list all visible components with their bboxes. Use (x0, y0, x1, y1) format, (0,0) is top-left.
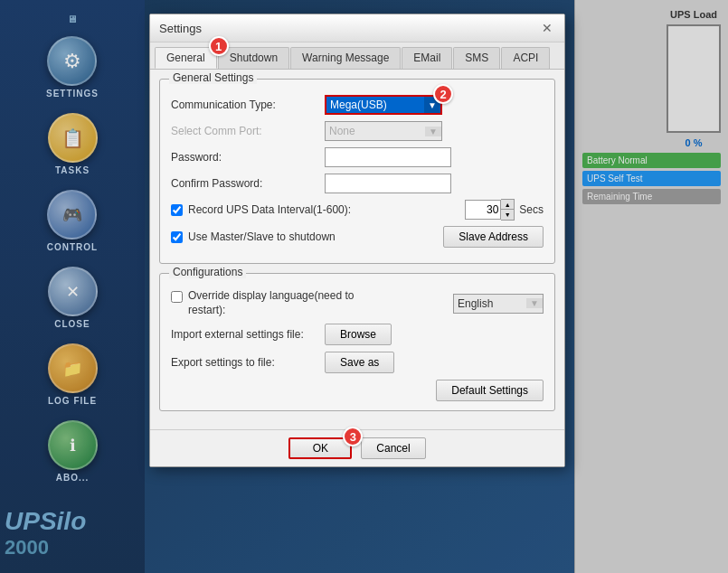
master-slave-checkbox[interactable] (171, 231, 183, 243)
tab-email[interactable]: EMail (402, 47, 452, 69)
cancel-button[interactable]: Cancel (361, 437, 425, 459)
password-row: Password: (171, 147, 544, 167)
comm-port-value: None (329, 125, 425, 137)
group-configurations: Configurations Override display language… (159, 273, 555, 411)
tab-general[interactable]: General (155, 47, 217, 69)
master-slave-row: Use Master/Slave to shutdown Slave Addre… (171, 226, 544, 248)
comm-type-label: Communication Type: (171, 99, 325, 111)
override-lang-label: Override display language(need to restar… (188, 289, 369, 317)
spin-control: ▲ ▼ Secs (465, 200, 544, 220)
export-label: Export settings to file: (171, 356, 325, 369)
lang-arrow-icon: ▼ (526, 298, 543, 308)
record-interval-label: Record UPS Data Interval(1-600): (188, 203, 465, 216)
confirm-password-input[interactable] (325, 174, 451, 193)
lang-dropdown[interactable]: English ▼ (453, 294, 544, 314)
spin-up-button[interactable]: ▲ (501, 200, 514, 210)
ok-button[interactable]: OK (288, 437, 352, 459)
default-settings-button[interactable]: Default Settings (436, 380, 544, 401)
browse-button[interactable]: Browse (325, 324, 392, 345)
tab-shutdown[interactable]: Shutdown (218, 47, 289, 69)
confirm-password-row: Confirm Password: (171, 174, 544, 193)
record-interval-suffix: Secs (519, 203, 544, 216)
tab-sms[interactable]: SMS (453, 47, 500, 69)
comm-port-label: Select Comm Port: (171, 125, 325, 137)
annotation-1: 1 (209, 36, 229, 56)
comm-port-dropdown[interactable]: None ▼ (325, 121, 442, 141)
group-general-title: General Settings (169, 71, 257, 84)
password-input[interactable] (325, 147, 451, 167)
lang-value: English (458, 297, 526, 310)
record-interval-checkbox[interactable] (171, 204, 183, 216)
dialog-footer: OK 3 Cancel (150, 429, 564, 466)
override-lang-checkbox[interactable] (171, 291, 183, 303)
comm-port-row: Select Comm Port: None ▼ (171, 121, 544, 141)
save-as-button[interactable]: Save as (325, 352, 394, 373)
confirm-password-label: Confirm Password: (171, 177, 325, 190)
tab-acpi[interactable]: ACPI (501, 47, 550, 69)
tab-bar: General 1 Shutdown Warning Message EMail… (150, 42, 564, 70)
group-config-title: Configurations (169, 266, 246, 278)
import-label: Import external settings file: (171, 328, 325, 341)
export-row: Export settings to file: Save as (171, 352, 544, 373)
spin-down-button[interactable]: ▼ (501, 210, 514, 220)
comm-type-dropdown[interactable]: Mega(USB) ▼ (325, 95, 442, 115)
dialog-title: Settings (159, 22, 202, 35)
annotation-3: 3 (343, 427, 363, 446)
tab-content-general: General Settings Communication Type: Meg… (150, 70, 564, 429)
comm-type-value: Mega(USB) (330, 99, 424, 111)
settings-dialog: Settings ✕ General 1 Shutdown Warning Me… (149, 14, 565, 467)
record-interval-row: Record UPS Data Interval(1-600): ▲ ▼ Sec… (171, 200, 544, 220)
group-general-settings: General Settings Communication Type: Meg… (159, 79, 555, 264)
comm-type-row: Communication Type: Mega(USB) ▼ 2 (171, 95, 544, 115)
spin-buttons: ▲ ▼ (501, 199, 515, 221)
dialog-close-button[interactable]: ✕ (539, 20, 555, 36)
master-slave-label: Use Master/Slave to shutdown (188, 230, 443, 243)
dialog-overlay: Settings ✕ General 1 Shutdown Warning Me… (0, 0, 728, 573)
import-row: Import external settings file: Browse (171, 324, 544, 345)
record-interval-input[interactable] (465, 200, 501, 220)
password-label: Password: (171, 151, 325, 164)
slave-address-button[interactable]: Slave Address (443, 226, 544, 248)
override-lang-row: Override display language(need to restar… (171, 289, 544, 317)
annotation-2: 2 (433, 84, 453, 104)
tab-warning[interactable]: Warning Message (290, 47, 401, 69)
comm-port-arrow-icon: ▼ (425, 127, 441, 136)
